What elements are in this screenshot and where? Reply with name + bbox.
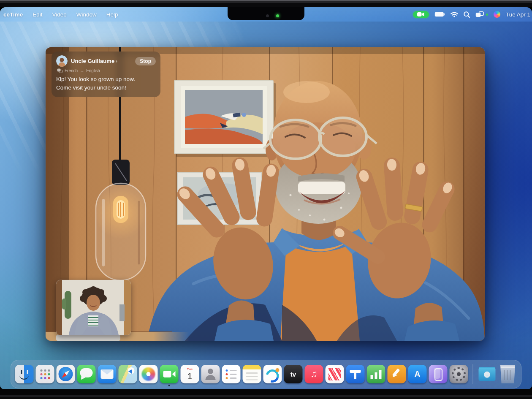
- wifi-icon[interactable]: [451, 12, 458, 17]
- menu-help[interactable]: Help: [106, 11, 118, 18]
- translation-to: English: [86, 68, 100, 73]
- caption-header-row[interactable]: Uncle Guillaume› Stop: [56, 55, 156, 67]
- dock-freeform-icon[interactable]: [263, 365, 282, 383]
- dock-reminders-icon[interactable]: [222, 365, 241, 383]
- translation-language-row: French → English: [57, 68, 156, 73]
- dock-notes-icon[interactable]: [243, 365, 261, 383]
- dock-divider: [473, 364, 473, 384]
- menu-bar-menus: ceTime Edit Video Window Help: [3, 11, 118, 18]
- chevron-right-icon: ›: [115, 58, 117, 64]
- facetime-running-indicator: [168, 385, 170, 386]
- dock-settings-icon[interactable]: [450, 365, 468, 383]
- dock-trash-icon[interactable]: [499, 365, 517, 383]
- dock-contacts-icon[interactable]: [201, 365, 220, 383]
- dock-facetime-icon[interactable]: [160, 365, 179, 383]
- camera-active-indicator: [276, 14, 279, 17]
- dock-downloads-icon[interactable]: [478, 365, 497, 383]
- caption-line-2: Come visit your uncle soon!: [56, 84, 156, 92]
- caption-text: Kip! You look so grown up now. Come visi…: [56, 75, 156, 92]
- stop-translation-button[interactable]: Stop: [135, 57, 156, 65]
- translation-from: French: [65, 68, 78, 73]
- calendar-weekday: Tue: [187, 368, 193, 371]
- dock-maps-icon[interactable]: [119, 365, 137, 383]
- avatar: [56, 55, 68, 67]
- laptop-bezel-bottom: [0, 389, 532, 399]
- status-green-dot: [486, 14, 488, 16]
- caption-line-1: Kip! You look so grown up now.: [56, 75, 156, 84]
- calendar-day: 1: [187, 372, 193, 380]
- self-view-pip[interactable]: [56, 280, 131, 335]
- menu-window[interactable]: Window: [76, 11, 97, 18]
- appstore-glyph: A: [414, 369, 420, 379]
- framed-painting-upper: [174, 80, 276, 157]
- laptop-bezel-top: [0, 0, 532, 7]
- menu-video[interactable]: Video: [52, 11, 67, 18]
- user-switch-icon[interactable]: [475, 11, 484, 17]
- facetime-window[interactable]: Uncle Guillaume› Stop French → English K…: [46, 47, 485, 341]
- self-view-video: [56, 280, 131, 335]
- dock-mail-icon[interactable]: [98, 365, 117, 383]
- dock-photos-icon[interactable]: [139, 365, 158, 383]
- siri-icon[interactable]: [494, 11, 500, 18]
- live-translation-overlay: Uncle Guillaume› Stop French → English K…: [52, 52, 160, 97]
- dock-pages-icon[interactable]: [388, 365, 406, 383]
- dock-music-icon[interactable]: ♫: [305, 365, 323, 383]
- dock-appstore-icon[interactable]: A: [408, 365, 427, 383]
- translation-arrow-icon: →: [80, 68, 84, 73]
- menu-app-facetime[interactable]: ceTime: [3, 11, 23, 18]
- dock-safari-icon[interactable]: [57, 365, 75, 383]
- dock-appletv-icon[interactable]: tv: [284, 365, 303, 383]
- facetime-camera-active-pill[interactable]: [413, 11, 429, 18]
- music-glyph: ♫: [310, 369, 318, 380]
- menu-edit[interactable]: Edit: [33, 11, 42, 18]
- video-camera-icon: [417, 12, 424, 16]
- desktop-screen: ceTime Edit Video Window Help: [0, 7, 532, 389]
- speaker-name[interactable]: Uncle Guillaume›: [71, 58, 132, 64]
- dock-keynote-icon[interactable]: [346, 365, 365, 383]
- dock-numbers-icon[interactable]: [367, 365, 385, 383]
- dock-calendar-icon[interactable]: Tue1: [181, 365, 199, 383]
- display-notch: [228, 7, 304, 20]
- search-icon[interactable]: [464, 11, 470, 18]
- dock-launchpad-icon[interactable]: [36, 365, 54, 383]
- appletv-glyph: tv: [290, 371, 296, 378]
- dock-news-icon[interactable]: [326, 365, 344, 383]
- dock-iphone-mirroring-icon[interactable]: [429, 365, 448, 383]
- dock-messages-icon[interactable]: [77, 365, 96, 383]
- dock-finder-icon[interactable]: [15, 365, 34, 383]
- menu-bar-clock[interactable]: Tue Apr 1: [506, 11, 530, 18]
- battery-icon[interactable]: [434, 12, 445, 17]
- translate-icon: [57, 68, 62, 73]
- menu-bar-status: Tue Apr 1: [413, 11, 528, 18]
- dock: Tue1tv♫A: [11, 360, 522, 388]
- notch-camera: [266, 14, 269, 17]
